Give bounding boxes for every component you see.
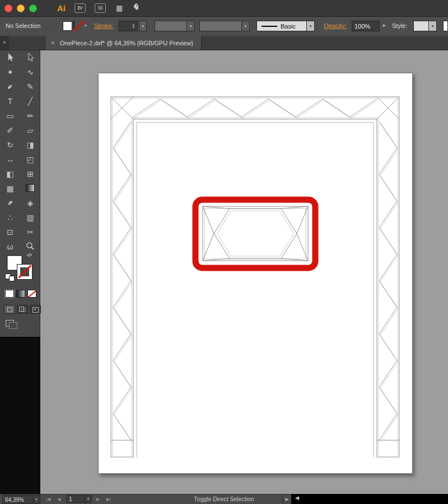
screen-mode-button[interactable] <box>6 320 17 328</box>
selection-tool[interactable] <box>0 50 20 65</box>
go-to-bridge-button[interactable]: Br <box>74 3 86 13</box>
expand-panel-icon[interactable]: ◀ <box>295 495 299 501</box>
gradient-tool[interactable] <box>20 181 40 196</box>
artboard[interactable] <box>98 73 413 474</box>
curvature-tool[interactable]: ✎ <box>20 79 40 94</box>
draw-normal-button[interactable] <box>4 305 15 314</box>
paintbrush-tool[interactable]: ✏ <box>20 109 40 123</box>
pen-tool[interactable]: ✒ <box>0 79 20 94</box>
fill-color-swatch[interactable] <box>63 21 72 31</box>
symbol-sprayer-tool-icon: ∴ <box>8 214 13 222</box>
perspective-grid-tool[interactable]: ⊞ <box>20 167 40 181</box>
opacity-flyout-icon[interactable]: ▸ <box>383 22 386 28</box>
chevron-down-icon: ▼ <box>85 494 91 504</box>
gpu-performance-icon[interactable] <box>132 3 141 14</box>
artboard-tool[interactable]: ⊡ <box>0 225 20 239</box>
chevron-down-icon: ▼ <box>32 495 40 504</box>
default-fill-stroke-icon[interactable] <box>5 271 15 281</box>
collapse-panel-button[interactable]: « <box>0 36 9 50</box>
fullscreen-window-button[interactable] <box>29 4 37 12</box>
shape-builder-tool-icon: ◧ <box>6 170 13 178</box>
width-tool[interactable]: ↔ <box>0 152 20 167</box>
gradient-button[interactable] <box>16 290 25 298</box>
graphic-style-dropdown[interactable]: ▾ <box>413 21 437 31</box>
line-style-dropdown[interactable]: Basic ▾ <box>256 21 315 31</box>
status-bar: 64,39% ▼ |◀ ◀ 1 ▼ ▶ ▶| Toggle Direct Sel… <box>0 494 291 504</box>
tools-panel: ✦∿✒✎T╱▭✏✐▱↻◨↔◰◧⊞▦✒◈∴▥⊡✂ω ⇆ <box>0 50 40 337</box>
collapsed-panel-strip: ◀ <box>291 494 448 504</box>
lasso-tool[interactable]: ∿ <box>20 65 40 79</box>
red-panel-artwork[interactable] <box>195 200 315 268</box>
stroke-weight-stepper[interactable]: ▲▼ <box>119 21 138 31</box>
stroke-panel-link[interactable]: Stroke: <box>94 22 114 29</box>
free-transform-tool[interactable]: ◰ <box>20 152 40 167</box>
artwork-svg[interactable] <box>99 73 412 473</box>
color-button[interactable] <box>5 290 14 298</box>
swatch-dropdown-icon[interactable]: ▾ <box>85 23 87 28</box>
rectangle-tool[interactable]: ▭ <box>0 109 20 123</box>
close-window-button[interactable] <box>4 4 12 12</box>
magic-wand-tool-icon: ✦ <box>7 68 13 76</box>
rotate-tool[interactable]: ↻ <box>0 138 20 152</box>
status-flyout-button[interactable]: ▶ <box>282 494 291 504</box>
color-mode-row <box>5 290 36 298</box>
hand-tool-icon: ω <box>7 243 13 251</box>
first-artboard-button[interactable]: |◀ <box>46 494 50 504</box>
cropped-control-button[interactable] <box>443 21 448 31</box>
type-tool[interactable]: T <box>0 94 20 109</box>
stroke-indicator-swatch[interactable] <box>17 265 32 279</box>
eyedropper-tool[interactable]: ✒ <box>0 196 20 210</box>
symbol-sprayer-tool[interactable]: ∴ <box>0 210 20 225</box>
truss-frame-artwork[interactable] <box>111 97 399 457</box>
zoom-level-dropdown[interactable]: 64,39% ▼ <box>2 495 40 504</box>
blend-tool[interactable]: ◈ <box>20 196 40 210</box>
zoom-tool[interactable] <box>20 239 40 254</box>
next-artboard-button[interactable]: ▶ <box>96 494 100 504</box>
magic-wand-tool[interactable]: ✦ <box>0 65 20 79</box>
stroke-color-swatch[interactable] <box>73 21 74 29</box>
brush-definition-dropdown[interactable]: ▾ <box>199 21 250 31</box>
curvature-tool-icon: ✎ <box>27 83 34 91</box>
tab-close-icon[interactable]: × <box>51 39 55 47</box>
previous-artboard-button[interactable]: ◀ <box>57 494 60 504</box>
draw-inside-button[interactable] <box>30 305 41 314</box>
selection-tool-icon <box>5 52 15 63</box>
none-button[interactable] <box>27 290 36 298</box>
document-tab[interactable]: × OnePiece-2.dxf* @ 64,39% (RGB/GPU Prev… <box>45 36 202 50</box>
perspective-grid-tool-icon: ⊞ <box>27 170 34 178</box>
type-tool-icon: T <box>8 97 13 105</box>
scale-tool[interactable]: ◨ <box>20 138 40 152</box>
draw-modes-row <box>4 305 41 314</box>
arrange-documents-icon[interactable]: ▦ <box>116 4 123 12</box>
hand-tool[interactable]: ω <box>0 239 20 254</box>
canvas[interactable] <box>41 50 448 494</box>
adobe-stock-button[interactable]: St <box>95 3 106 13</box>
stepper-arrows-icon[interactable]: ▲▼ <box>132 23 135 29</box>
eraser-tool[interactable]: ▱ <box>20 123 40 138</box>
illustrator-logo: Ai <box>57 3 66 13</box>
draw-behind-button[interactable] <box>17 305 28 314</box>
line-segment-tool[interactable]: ╱ <box>20 94 40 109</box>
eyedropper-tool-icon: ✒ <box>5 198 15 208</box>
chevron-down-icon: ▾ <box>428 21 436 31</box>
direct-selection-tool[interactable] <box>20 50 40 65</box>
opacity-input[interactable]: 100% <box>352 21 380 31</box>
zoom-tool-icon <box>25 241 35 252</box>
mesh-tool[interactable]: ▦ <box>0 181 20 196</box>
minimize-window-button[interactable] <box>17 4 25 12</box>
shape-builder-tool[interactable]: ◧ <box>0 167 20 181</box>
control-panel: No Selection ▾ Stroke: ▲▼ ▾ ▾ ▾ Basic ▾ … <box>0 17 448 36</box>
artboard-navigation-dropdown[interactable]: 1 ▼ <box>66 495 92 503</box>
rotate-tool-icon: ↻ <box>7 141 13 149</box>
stroke-weight-dropdown[interactable]: ▾ <box>139 21 147 31</box>
variable-width-dropdown[interactable]: ▾ <box>155 21 195 31</box>
style-label: Style: <box>392 22 408 29</box>
opacity-panel-link[interactable]: Opacity: <box>324 22 346 29</box>
lasso-tool-icon: ∿ <box>27 68 34 76</box>
last-artboard-button[interactable]: ▶| <box>106 494 111 504</box>
column-graph-tool[interactable]: ▥ <box>20 210 40 225</box>
slice-tool[interactable]: ✂ <box>20 225 40 239</box>
chevron-down-icon: ▾ <box>241 21 249 31</box>
shaper-tool[interactable]: ✐ <box>0 123 20 138</box>
column-graph-tool-icon: ▥ <box>26 214 34 222</box>
